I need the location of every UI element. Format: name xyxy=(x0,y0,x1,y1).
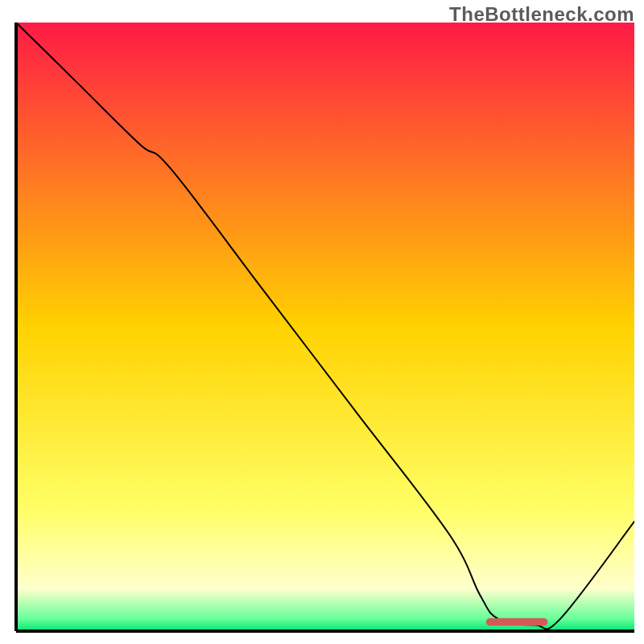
chart-svg xyxy=(14,23,634,633)
plot-area xyxy=(14,23,634,633)
target-segment xyxy=(486,618,548,625)
chart-container: TheBottleneck.com xyxy=(0,0,644,644)
